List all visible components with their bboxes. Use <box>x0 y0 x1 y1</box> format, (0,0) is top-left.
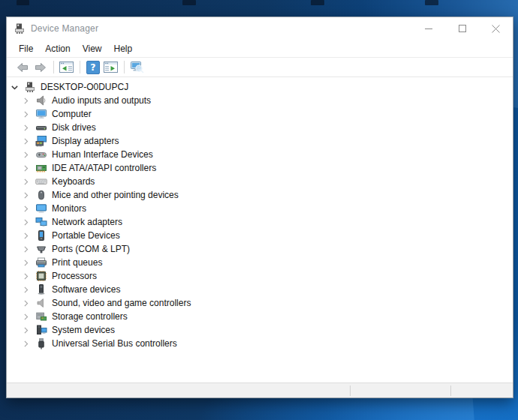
chevron-right-icon[interactable] <box>21 136 31 146</box>
device-manager-window: Device Manager FileActionViewHelp ? DESK… <box>6 16 513 398</box>
tree-item[interactable]: Human Interface Devices <box>7 148 513 161</box>
tree-item-label: Portable Devices <box>52 230 120 241</box>
desktop-icon-fragment <box>17 0 29 5</box>
help-button[interactable]: ? <box>84 58 101 76</box>
menu-item-help[interactable]: Help <box>108 41 139 56</box>
tree-item[interactable]: Audio inputs and outputs <box>7 94 513 107</box>
tree-item-label: Audio inputs and outputs <box>52 95 151 106</box>
tree-item[interactable]: Processors <box>7 269 513 283</box>
tree-item-label: Universal Serial Bus controllers <box>52 338 177 349</box>
console-tree-icon <box>59 62 74 73</box>
tree-item-label: Computer <box>52 109 92 119</box>
tree-item[interactable]: Software devices <box>7 283 513 296</box>
chevron-right-icon[interactable] <box>21 123 31 133</box>
chevron-right-icon[interactable] <box>21 218 31 227</box>
tree-item[interactable]: Monitors <box>7 202 513 215</box>
device-manager-icon <box>24 81 36 93</box>
close-icon <box>492 25 500 33</box>
toolbar-separator <box>80 61 80 74</box>
show-hide-action-pane-button[interactable] <box>102 58 119 76</box>
scan-for-hardware-changes-button[interactable] <box>128 58 146 76</box>
tree-item-label: Display adapters <box>52 136 119 146</box>
status-bar-divider <box>450 386 451 396</box>
help-icon: ? <box>86 61 100 74</box>
chevron-right-icon[interactable] <box>21 96 31 106</box>
tree-item-label: Keyboards <box>52 176 95 187</box>
menu-bar: FileActionViewHelp <box>7 40 513 57</box>
chevron-right-icon[interactable] <box>21 285 31 295</box>
tree-item[interactable]: Storage controllers <box>7 310 513 323</box>
device-manager-icon <box>14 22 26 34</box>
minimize-button[interactable] <box>411 17 445 40</box>
tree-item[interactable]: Computer <box>7 107 513 121</box>
network-adapter-icon <box>35 216 47 228</box>
tree-item[interactable]: Ports (COM & LPT) <box>7 242 513 256</box>
back-button[interactable] <box>14 58 31 76</box>
tree-item[interactable]: Print queues <box>7 256 513 269</box>
tree-item[interactable]: Disk drives <box>7 121 513 134</box>
menu-item-file[interactable]: File <box>13 41 39 56</box>
tree-item-label: DESKTOP-O0DUPCJ <box>41 82 128 92</box>
tree-item-label: Network adapters <box>52 217 122 227</box>
status-bar-divider <box>350 386 351 396</box>
tree-item[interactable]: Keyboards <box>7 175 513 188</box>
storage-controller-icon <box>35 310 47 322</box>
chevron-right-icon[interactable] <box>21 258 31 268</box>
show-hide-console-tree-button[interactable] <box>58 58 75 76</box>
chevron-right-icon[interactable] <box>21 204 31 214</box>
tree-item-label: Software devices <box>52 284 120 295</box>
keyboard-icon <box>35 176 47 188</box>
disk-drive-icon <box>35 122 47 134</box>
tree-item-label: Ports (COM & LPT) <box>52 244 130 254</box>
chevron-right-icon[interactable] <box>21 164 31 173</box>
caption-buttons <box>411 17 513 40</box>
tree-item[interactable]: Sound, video and game controllers <box>7 296 513 310</box>
printer-icon <box>35 256 47 268</box>
close-button[interactable] <box>479 17 513 40</box>
tree-item-label: Storage controllers <box>52 311 128 322</box>
display-adapter-icon <box>35 135 47 147</box>
chevron-right-icon[interactable] <box>21 231 31 241</box>
processor-icon <box>35 270 47 282</box>
chevron-right-icon[interactable] <box>21 244 31 254</box>
tree-item[interactable]: Mice and other pointing devices <box>7 188 513 202</box>
forward-button[interactable] <box>32 58 49 76</box>
status-bar <box>7 382 513 398</box>
chevron-right-icon[interactable] <box>21 339 31 349</box>
chevron-right-icon[interactable] <box>21 150 31 160</box>
audio-device-icon <box>35 94 47 106</box>
mouse-icon <box>35 189 47 201</box>
chevron-right-icon[interactable] <box>21 272 31 281</box>
tree-item-label: Print queues <box>52 257 102 268</box>
monitor-icon <box>35 202 47 214</box>
forward-icon <box>34 62 47 74</box>
tree-item[interactable]: System devices <box>7 323 513 337</box>
tree-item[interactable]: IDE ATA/ATAPI controllers <box>7 161 513 175</box>
device-tree: DESKTOP-O0DUPCJAudio inputs and outputsC… <box>7 77 513 382</box>
menu-item-view[interactable]: View <box>77 41 108 56</box>
tree-item-label: Disk drives <box>52 122 96 133</box>
tree-item-label: Human Interface Devices <box>52 149 153 160</box>
chevron-right-icon[interactable] <box>21 312 31 322</box>
desktop-icon-fragment <box>425 0 438 5</box>
chevron-right-icon[interactable] <box>21 110 31 119</box>
desktop-icon-fragment <box>311 0 324 5</box>
tree-item-label: Monitors <box>52 203 86 214</box>
maximize-button[interactable] <box>445 17 479 40</box>
tree-item-root[interactable]: DESKTOP-O0DUPCJ <box>7 80 513 94</box>
toolbar: ? <box>7 57 513 77</box>
chevron-right-icon[interactable] <box>21 298 31 308</box>
tree-item[interactable]: Network adapters <box>7 215 513 229</box>
serial-port-icon <box>35 243 47 255</box>
tree-item-label: Sound, video and game controllers <box>52 298 191 308</box>
tree-item[interactable]: Display adapters <box>7 134 513 148</box>
chevron-down-icon[interactable] <box>10 82 20 92</box>
chevron-right-icon[interactable] <box>21 190 31 200</box>
menu-item-action[interactable]: Action <box>39 41 76 56</box>
tree-item[interactable]: Universal Serial Bus controllers <box>7 337 513 350</box>
title-bar[interactable]: Device Manager <box>7 17 513 40</box>
tree-item[interactable]: Portable Devices <box>7 229 513 242</box>
computer-icon <box>35 108 47 120</box>
chevron-right-icon[interactable] <box>21 177 31 187</box>
chevron-right-icon[interactable] <box>21 326 31 335</box>
